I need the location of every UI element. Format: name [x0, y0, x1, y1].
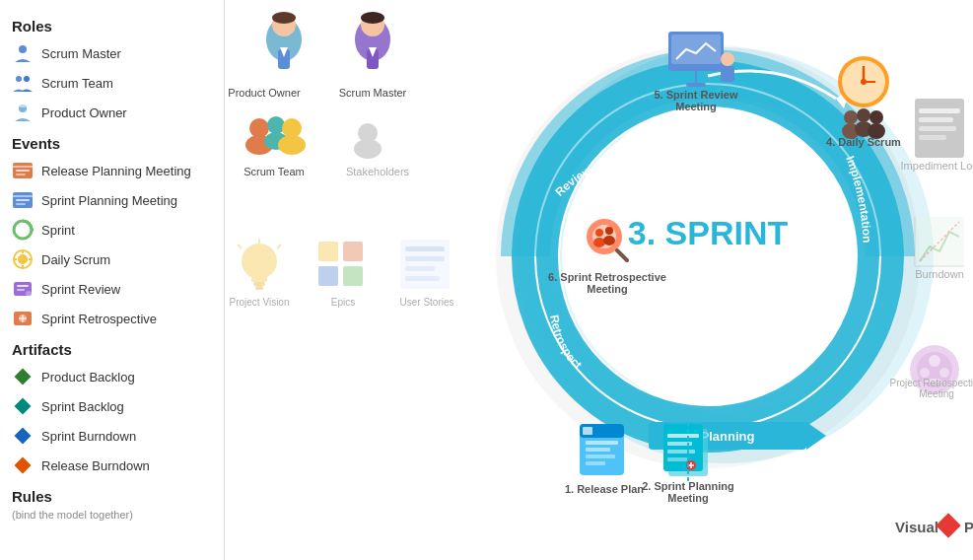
- svg-rect-83: [667, 434, 699, 438]
- stakeholders-figure[interactable]: [354, 123, 382, 159]
- svg-rect-127: [936, 513, 960, 537]
- release-burndown-diamond: [12, 455, 34, 476]
- scrum-master-figure[interactable]: [355, 12, 390, 69]
- sprint-review-meeting-label: 5. Sprint Review: [655, 89, 738, 101]
- sprint-planning-meeting-label: 2. Sprint Planning: [642, 480, 734, 492]
- svg-point-94: [721, 52, 734, 66]
- svg-rect-95: [721, 66, 734, 82]
- burndown-item[interactable]: [915, 217, 964, 266]
- daily-scrum-icon: [12, 248, 34, 270]
- sidebar-item-scrum-team[interactable]: Scrum Team: [0, 68, 224, 98]
- product-backlog-label: Product Backlog: [41, 370, 135, 385]
- project-retro-meeting-label2: Meeting: [919, 388, 954, 399]
- scrum-master-diagram-label: Scrum Master: [339, 87, 407, 99]
- epics-figure[interactable]: [318, 242, 363, 286]
- svg-point-99: [593, 238, 605, 247]
- release-plan-item[interactable]: [580, 424, 624, 475]
- sidebar-item-release-burndown[interactable]: Release Burndown: [0, 451, 224, 480]
- sidebar-item-sprint-backlog[interactable]: Sprint Backlog: [0, 391, 224, 421]
- sprint-label: Sprint: [41, 223, 75, 238]
- svg-point-100: [605, 227, 613, 235]
- product-owner-label: Product Owner: [41, 105, 127, 120]
- main-diagram: Product Owner Scrum Master Scrum Team St…: [225, 0, 973, 560]
- section-roles: Roles: [0, 10, 224, 38]
- user-stories-label: User Stories: [399, 297, 453, 308]
- sidebar-item-scrum-master[interactable]: Scrum Master: [0, 38, 224, 68]
- scrum-team-diagram-label: Scrum Team: [243, 166, 305, 177]
- svg-point-2: [24, 76, 30, 82]
- vp-paradigm-text: Paradigm: [964, 519, 973, 535]
- sprint-retro-meeting-label: 6. Sprint Retrospective: [548, 271, 666, 283]
- svg-point-1: [16, 76, 22, 82]
- svg-line-52: [238, 245, 242, 248]
- sprint-planning-icon: [12, 189, 34, 211]
- product-backlog-diamond: [12, 366, 34, 387]
- user-stories-figure[interactable]: [400, 240, 450, 289]
- sprint-backlog-diamond: [12, 395, 34, 417]
- sidebar-item-sprint[interactable]: Sprint: [0, 215, 224, 245]
- svg-point-112: [869, 110, 883, 124]
- release-burndown-label: Release Burndown: [41, 458, 150, 473]
- scrum-team-figure[interactable]: [245, 116, 306, 155]
- impediment-log-item[interactable]: [915, 99, 964, 158]
- sprint-planning-meeting-item[interactable]: [663, 424, 708, 476]
- svg-rect-23: [17, 289, 25, 291]
- daily-scrum-ring-label: 4. Daily Scrum: [826, 136, 901, 148]
- sidebar-item-sprint-planning[interactable]: Sprint Planning Meeting: [0, 185, 224, 215]
- sprint-retro-label: Sprint Retrospective: [41, 312, 157, 326]
- svg-rect-12: [16, 203, 26, 205]
- sprint-review-icon: [12, 278, 34, 300]
- daily-scrum-item[interactable]: [838, 56, 889, 139]
- release-planning-icon: [12, 160, 34, 181]
- section-events: Events: [0, 127, 224, 156]
- sidebar-item-product-backlog[interactable]: Product Backlog: [0, 362, 224, 391]
- daily-scrum-label: Daily Scrum: [41, 252, 110, 267]
- sidebar-item-release-planning[interactable]: Release Planning Meeting: [0, 156, 224, 185]
- sidebar-item-sprint-burndown[interactable]: Sprint Burndown: [0, 421, 224, 451]
- project-vision-label: Project Vision: [230, 297, 290, 308]
- svg-rect-118: [919, 135, 946, 140]
- sprint-retro-meeting-label2: Meeting: [587, 283, 628, 295]
- sprint-retro-icon: [12, 308, 34, 329]
- sidebar-item-sprint-retro[interactable]: Sprint Retrospective: [0, 304, 224, 333]
- svg-rect-4: [20, 105, 26, 107]
- burndown-label: Burndown: [915, 268, 964, 280]
- svg-rect-93: [686, 83, 706, 87]
- svg-rect-49: [253, 282, 265, 286]
- svg-point-31: [272, 12, 296, 24]
- sprint-burndown-label: Sprint Burndown: [41, 429, 136, 444]
- planning-label: Planning: [701, 429, 755, 444]
- svg-rect-48: [251, 276, 267, 282]
- product-owner-figure[interactable]: [266, 12, 302, 69]
- svg-line-53: [277, 245, 281, 248]
- svg-rect-80: [586, 461, 605, 465]
- svg-point-108: [844, 110, 858, 124]
- svg-rect-77: [586, 441, 618, 445]
- svg-rect-50: [255, 286, 263, 290]
- sidebar-item-sprint-review[interactable]: Sprint Review: [0, 274, 224, 304]
- svg-point-47: [242, 244, 277, 279]
- svg-rect-57: [343, 266, 363, 286]
- sprint-icon: [12, 219, 34, 241]
- svg-point-124: [929, 355, 940, 367]
- svg-rect-79: [586, 455, 615, 458]
- scrum-master-label: Scrum Master: [41, 46, 121, 61]
- svg-point-36: [361, 12, 384, 24]
- svg-point-44: [278, 135, 306, 155]
- svg-point-98: [595, 229, 603, 237]
- svg-rect-82: [663, 424, 703, 471]
- sprint-center-label: 3. SPRINT: [628, 214, 789, 251]
- release-planning-label: Release Planning Meeting: [41, 164, 191, 178]
- svg-rect-115: [919, 108, 960, 113]
- svg-rect-85: [667, 450, 695, 454]
- svg-rect-7: [16, 170, 30, 172]
- sidebar-item-daily-scrum[interactable]: Daily Scrum: [0, 245, 224, 274]
- sprint-backlog-label: Sprint Backlog: [41, 399, 124, 414]
- svg-rect-56: [318, 266, 338, 286]
- sprint-review-meeting-label2: Meeting: [675, 101, 717, 112]
- svg-point-125: [920, 368, 930, 378]
- sidebar-item-product-owner[interactable]: Product Owner: [0, 98, 224, 127]
- svg-point-16: [18, 254, 28, 264]
- project-vision-figure[interactable]: [238, 239, 281, 290]
- svg-point-46: [354, 139, 382, 159]
